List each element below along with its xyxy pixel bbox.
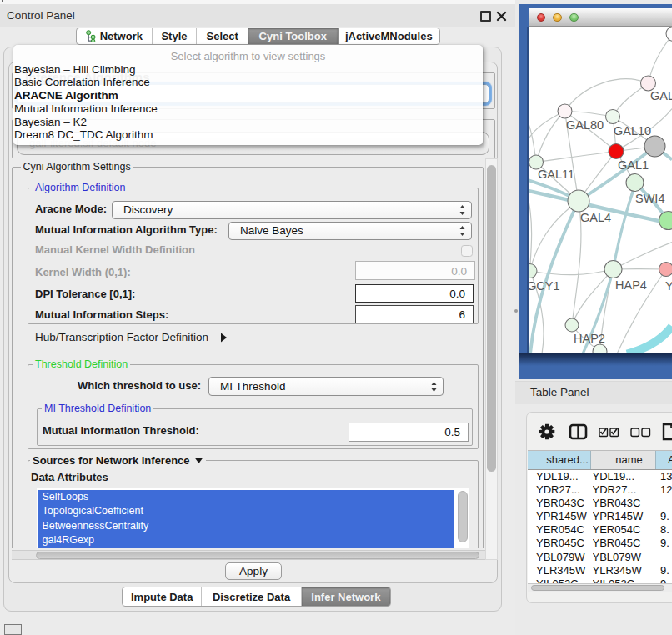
kernel-width-field[interactable]: 0.0 bbox=[355, 261, 475, 280]
tab-impute-data[interactable]: Impute Data bbox=[123, 588, 202, 606]
data-attribute-item[interactable]: BetweennessCentrality bbox=[38, 519, 454, 533]
algorithm-popup-item[interactable]: ARACNE Algorithm bbox=[13, 89, 483, 102]
network-node-HAP4[interactable] bbox=[604, 260, 622, 278]
cell-value[interactable]: 13 bbox=[660, 470, 672, 483]
network-node-n4[interactable] bbox=[644, 136, 665, 157]
zoom-traffic-light-icon[interactable] bbox=[569, 13, 579, 22]
cell-name[interactable]: YBR045C bbox=[593, 537, 661, 550]
algorithm-popup-item[interactable]: Mutual Information Inference bbox=[13, 102, 483, 116]
network-node-GAL1[interactable] bbox=[609, 143, 624, 158]
tab-style[interactable]: Style bbox=[153, 28, 198, 45]
network-node-GAL4[interactable] bbox=[568, 190, 589, 212]
cell-name[interactable]: YLR345W bbox=[593, 564, 661, 578]
manual-kernel-width-checkbox[interactable] bbox=[461, 245, 473, 257]
gear-icon[interactable] bbox=[539, 424, 555, 440]
cell-shared-name[interactable]: YBR045C bbox=[528, 537, 593, 550]
network-edge[interactable] bbox=[529, 200, 532, 271]
vertical-scrollbar-thumb[interactable] bbox=[487, 165, 496, 472]
cell-shared-name[interactable]: YER054C bbox=[528, 523, 593, 537]
network-edge[interactable] bbox=[627, 326, 672, 353]
network-edge[interactable] bbox=[530, 269, 614, 275]
algorithm-popup-item[interactable]: Basic Correlation Inference bbox=[13, 76, 483, 89]
data-attributes-list[interactable]: SelfLoopsTopologicalCoefficientBetweenne… bbox=[37, 488, 469, 549]
cell-value[interactable]: 12 bbox=[660, 483, 672, 497]
table-row[interactable]: YBR045CYBR045C9. bbox=[528, 537, 672, 550]
which-threshold-combo[interactable]: MI Threshold bbox=[208, 377, 444, 396]
tab-cyni-toolbox[interactable]: Cyni Toolbox bbox=[248, 28, 339, 45]
cell-name[interactable]: YPR145W bbox=[593, 510, 661, 523]
table-row[interactable]: YBL079WYBL079W bbox=[528, 551, 672, 564]
cell-shared-name[interactable]: YBR043C bbox=[528, 497, 593, 510]
cell-name[interactable]: YBR043C bbox=[593, 497, 661, 510]
cell-name[interactable]: YER054C bbox=[593, 523, 661, 537]
network-node-n9[interactable] bbox=[659, 211, 672, 229]
cell-value[interactable]: 8. bbox=[660, 523, 669, 537]
network-node-Y[interactable] bbox=[659, 262, 672, 276]
table-body[interactable]: YDL19...YDL19...13YDR27...YDR27...12YBR0… bbox=[528, 470, 672, 584]
cell-shared-name[interactable]: YPR145W bbox=[528, 510, 593, 523]
network-node-n14[interactable] bbox=[593, 344, 607, 354]
horizontal-scrollbar-thumb[interactable] bbox=[36, 552, 479, 559]
cell-name[interactable]: YDL19... bbox=[593, 470, 661, 483]
network-node-SWI4[interactable] bbox=[626, 173, 644, 191]
algorithm-popup-item[interactable]: Dream8 DC_TDC Algorithm bbox=[13, 128, 483, 142]
float-icon[interactable] bbox=[480, 11, 491, 22]
hub-transcription-factor-toggle[interactable]: Hub/Transcription Factor Definition bbox=[35, 331, 228, 343]
checked-columns-icon[interactable] bbox=[599, 428, 619, 437]
data-attribute-item[interactable]: TopologicalCoefficient bbox=[38, 504, 454, 518]
dpi-tolerance-field[interactable]: 0.0 bbox=[355, 284, 474, 303]
cell-name[interactable]: YDR27... bbox=[593, 483, 661, 497]
table-row[interactable]: YDL19...YDL19...13 bbox=[528, 470, 672, 483]
network-edge[interactable] bbox=[649, 33, 672, 83]
table-row[interactable]: YLR345WYLR345W9. bbox=[528, 564, 672, 578]
column-header-shared-name[interactable]: shared... bbox=[528, 451, 591, 469]
column-header-clipped[interactable]: A bbox=[656, 451, 672, 469]
network-node-n15[interactable] bbox=[666, 27, 672, 42]
algorithm-popup-item[interactable]: Bayesian – Hill Climbing bbox=[13, 63, 483, 77]
cell-shared-name[interactable]: YDL19... bbox=[528, 470, 593, 483]
split-columns-icon[interactable] bbox=[570, 425, 586, 438]
cell-name[interactable]: YBL079W bbox=[593, 551, 661, 564]
tab-discretize-data[interactable]: Discretize Data bbox=[202, 588, 301, 606]
unchecked-columns-icon[interactable] bbox=[631, 428, 650, 437]
tab-jactivemnodules[interactable]: jActiveMNodules bbox=[339, 28, 439, 45]
cell-shared-name[interactable]: YDR27... bbox=[528, 483, 593, 497]
cell-value[interactable]: 9. bbox=[660, 537, 669, 550]
network-edge[interactable] bbox=[536, 151, 616, 162]
data-attribute-item[interactable]: SelfLoops bbox=[38, 490, 454, 504]
splitter-handle-icon[interactable] bbox=[514, 309, 518, 312]
network-window-titlebar[interactable] bbox=[529, 8, 672, 27]
close-icon[interactable] bbox=[496, 11, 507, 22]
table-row[interactable]: YER054CYER054C8. bbox=[528, 523, 672, 537]
network-edge[interactable] bbox=[614, 189, 634, 269]
column-header-name[interactable]: name bbox=[591, 451, 656, 469]
table-row[interactable]: YBR043CYBR043C bbox=[528, 497, 672, 510]
network-canvas[interactable]: GALGAL80GAL10GAL1GAL11SWI4GAL4GCY1HAP4YH… bbox=[529, 27, 672, 354]
data-attribute-item[interactable]: gal4RGexp bbox=[38, 533, 454, 548]
attributes-scrollbar[interactable] bbox=[458, 491, 468, 542]
mi-threshold-field[interactable]: 0.5 bbox=[349, 422, 469, 442]
cell-shared-name[interactable]: YLR345W bbox=[528, 564, 593, 578]
corner-button[interactable] bbox=[4, 624, 22, 635]
minimize-traffic-light-icon[interactable] bbox=[553, 13, 562, 22]
mi-steps-field[interactable]: 6 bbox=[355, 305, 474, 324]
cell-value[interactable]: 9. bbox=[660, 510, 669, 523]
tab-network[interactable]: Network bbox=[77, 28, 153, 45]
aracne-mode-combo[interactable]: Discovery bbox=[112, 201, 472, 220]
table-row[interactable]: YPR145WYPR145W9. bbox=[528, 510, 672, 523]
table-row[interactable]: YIL052CYIL052C9. bbox=[528, 578, 672, 583]
network-node-HAP2[interactable] bbox=[565, 318, 579, 332]
cell-name[interactable]: YIL052C bbox=[593, 578, 661, 583]
algorithm-popup-item[interactable]: Bayesian – K2 bbox=[13, 116, 483, 129]
mi-algorithm-type-combo[interactable]: Naive Bayes bbox=[228, 222, 472, 241]
network-node-GAL80[interactable] bbox=[558, 104, 572, 118]
file-icon[interactable] bbox=[664, 424, 672, 439]
table-row[interactable]: YDR27...YDR27...12 bbox=[528, 483, 672, 497]
apply-button[interactable]: Apply bbox=[225, 562, 282, 581]
close-traffic-light-icon[interactable] bbox=[537, 13, 546, 22]
sources-title[interactable]: Sources for Network Inference bbox=[30, 454, 206, 467]
network-node-GAL10[interactable] bbox=[606, 109, 620, 123]
table-hscrollbar-thumb[interactable] bbox=[531, 585, 664, 591]
cell-value[interactable]: 9. bbox=[660, 564, 669, 578]
cell-value[interactable]: 9. bbox=[660, 578, 669, 583]
